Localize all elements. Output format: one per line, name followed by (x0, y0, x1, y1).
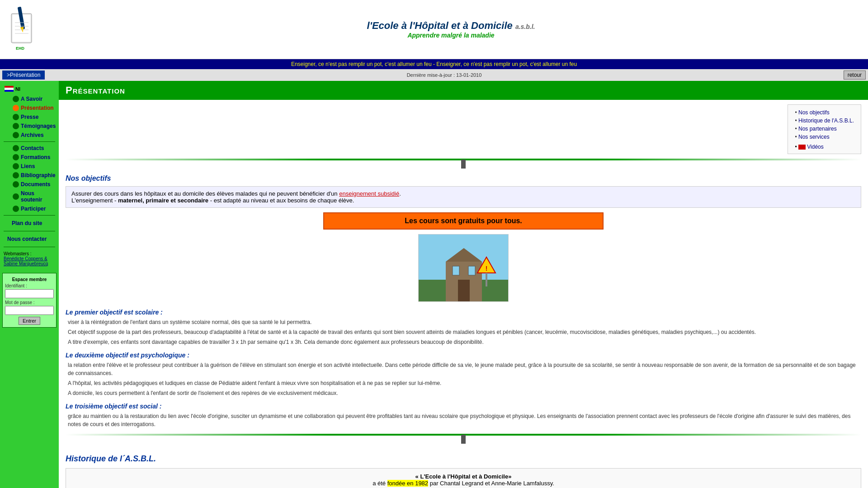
objective-3-title: Le troisième objectif est social : (66, 403, 861, 410)
sidebar-link-temoignages[interactable]: Témoignages (21, 123, 56, 129)
separator-top (66, 159, 861, 170)
toc-link-services[interactable]: Nos services (798, 134, 830, 140)
sidebar-item-documents[interactable]: Documents (5, 180, 59, 189)
toc-item-objectifs[interactable]: Nos objectifs (795, 108, 854, 117)
nous-contacter-item[interactable]: Nous contacter (0, 233, 59, 245)
toc-item-partenaires[interactable]: Nos partenaires (795, 125, 854, 133)
mot-de-passe-label: Mot de passe : (5, 300, 54, 305)
espace-membre-title: Espace membre (5, 276, 54, 283)
webmaster1-link[interactable]: Bénédicte Coppens & (4, 256, 47, 261)
toc-item-services[interactable]: Nos services (795, 133, 854, 141)
nav-icon (13, 193, 19, 200)
illustration-container: ! (66, 234, 861, 303)
sidebar-item-a-savoir[interactable]: A Savoir (5, 94, 59, 103)
sidebar-link-plan-du-site[interactable]: Plan du site (8, 219, 55, 228)
sidebar-item-bibliographie[interactable]: Bibliographie (5, 171, 59, 180)
nav-group-2: Contacts Formations Liens Bibliographie … (5, 144, 59, 213)
toc-list: Nos objectifs Historique de l'A.S.B.L. N… (795, 108, 854, 141)
nav-icon (13, 181, 19, 188)
sidebar-link-formations[interactable]: Formations (21, 154, 50, 160)
objective-2-title: Le deuxième objectif est psychologique : (66, 352, 861, 359)
sidebar-item-contacts[interactable]: Contacts (5, 144, 59, 153)
objective-3-text1: grâce au maintien ou à la restauration d… (66, 412, 861, 428)
webmaster2-link[interactable]: Sabine Marquebreucq (4, 261, 48, 266)
svg-rect-15 (458, 280, 470, 302)
svg-rect-14 (468, 266, 475, 275)
flag-nl[interactable] (5, 86, 14, 92)
header-title: l'Ecole à l'Hôpital et à Domicile a.s.b.… (38, 20, 863, 39)
nav-icon (13, 206, 19, 212)
sidebar-link-participer[interactable]: Participer (21, 206, 46, 212)
toc-video-item[interactable]: • Vidéos (795, 144, 854, 150)
webmasters-section: Webmasters : Bénédicte Coppens & Sabine … (0, 249, 59, 268)
sidebar-item-temoignages[interactable]: Témoignages (5, 122, 59, 131)
sidebar-divider-3 (4, 231, 55, 231)
objective-1-text3: A titre d'exemple, ces enfants sont dava… (66, 338, 861, 346)
page-heading: Présentation (59, 81, 868, 100)
site-subtitle: a.s.b.l. (515, 23, 535, 30)
entrer-button[interactable]: Entrer (19, 317, 40, 325)
lang-nl-label[interactable]: Nl (15, 86, 20, 92)
sidebar: Nl A Savoir Présentation Presse Témoigna… (0, 81, 59, 488)
sidebar-link-bibliographie[interactable]: Bibliographie (21, 172, 56, 178)
sidebar-item-presentation[interactable]: Présentation (5, 103, 59, 113)
identifiant-input[interactable] (5, 289, 54, 298)
sidebar-link-liens[interactable]: Liens (21, 163, 35, 169)
sidebar-link-nous-contacter[interactable]: Nous contacter (4, 235, 55, 244)
sidebar-item-liens[interactable]: Liens (5, 162, 59, 171)
page-title: Présentation (66, 84, 125, 96)
nav-icon (13, 145, 19, 151)
svg-text:EHD: EHD (16, 46, 25, 51)
sidebar-link-presse[interactable]: Presse (21, 114, 38, 120)
ticker-bar: Enseigner, ce n'est pas remplir un pot, … (0, 59, 868, 69)
toc-link-objectifs[interactable]: Nos objectifs (798, 109, 830, 116)
espace-membre: Espace membre Identifiant : Mot de passe… (2, 273, 57, 328)
plan-du-site-item[interactable]: Plan du site (0, 217, 59, 229)
objective-1-text1: viser à la réintégration de l'enfant dan… (66, 318, 861, 326)
objectives-detail-text: L'enseignement - maternel, primaire et s… (71, 197, 855, 204)
webmasters-label: Webmasters : (4, 251, 32, 256)
enseignement-subsidie-link[interactable]: enseignement subsidié (339, 190, 399, 197)
toc-link-partenaires[interactable]: Nos partenaires (798, 126, 837, 132)
sidebar-divider-2 (4, 215, 55, 216)
separator-middle (66, 434, 861, 445)
historique-box: « L'Ecole à l'Hôpital et à Domicile» a é… (66, 468, 861, 488)
nav-icon (13, 123, 19, 129)
mot-de-passe-input[interactable] (5, 306, 54, 315)
sidebar-link-archives[interactable]: Archives (21, 132, 44, 138)
sidebar-link-nous-soutenir[interactable]: Nous soutenir (21, 190, 55, 203)
nav-icon (13, 132, 19, 138)
sidebar-item-nous-soutenir[interactable]: Nous soutenir (5, 189, 59, 204)
sidebar-item-formations[interactable]: Formations (5, 153, 59, 162)
objective-1: Le premier objectif est scolaire : viser… (66, 309, 861, 346)
sidebar-divider-1 (4, 141, 55, 142)
objective-3: Le troisième objectif est social : grâce… (66, 403, 861, 428)
sidebar-link-a-savoir[interactable]: A Savoir (21, 96, 42, 102)
toc-link-videos[interactable]: Vidéos (807, 144, 823, 150)
courses-free-banner: Les cours sont gratuits pour tous. (323, 212, 604, 230)
toc-link-historique[interactable]: Historique de l'A.S.B.L. (798, 117, 854, 124)
historique-title: Historique de l´A.S.B.L. (66, 454, 861, 464)
sidebar-item-archives[interactable]: Archives (5, 131, 59, 140)
sidebar-link-contacts[interactable]: Contacts (21, 145, 44, 151)
objective-2-text3: A domicile, les cours permettent à l'enf… (66, 389, 861, 397)
nos-objectifs-heading: Nos objectifs (66, 174, 861, 183)
table-of-contents: Nos objectifs Historique de l'A.S.B.L. N… (788, 104, 861, 154)
sidebar-item-participer[interactable]: Participer (5, 204, 59, 213)
objectives-intro-box: Assurer des cours dans les hôpitaux et a… (66, 186, 861, 208)
site-tagline: Apprendre malgré la maladie (407, 32, 494, 39)
objectives-intro-text: Assurer des cours dans les hôpitaux et a… (71, 190, 855, 197)
retour-button[interactable]: retour (844, 70, 866, 80)
sidebar-link-presentation[interactable]: Présentation (21, 105, 54, 111)
nav-icon (13, 114, 19, 120)
toc-item-historique[interactable]: Historique de l'A.S.B.L. (795, 117, 854, 125)
breadcrumb-bar: >Présentation Dernière mise-à-jour : 13-… (0, 69, 868, 81)
historique-text2: a été fondée en 1982 par Chantal Legrand… (71, 480, 856, 487)
lang-selector[interactable]: Nl (0, 83, 59, 94)
last-update: Dernière mise-à-jour : 13-01-2010 (407, 72, 482, 78)
site-title: l'Ecole à l'Hôpital et à Domicile (367, 20, 513, 31)
sidebar-item-presse[interactable]: Presse (5, 113, 59, 122)
historique-highlight: fondée en 1982 (387, 480, 428, 487)
sidebar-link-documents[interactable]: Documents (21, 181, 50, 188)
breadcrumb: >Présentation (2, 70, 45, 80)
